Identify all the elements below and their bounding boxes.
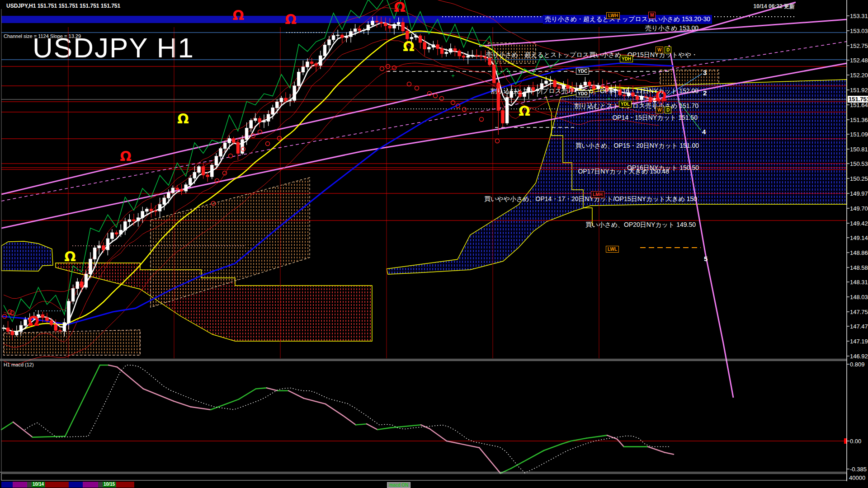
candle-body [141,211,144,218]
candle-body [98,246,100,248]
macd-toggle-button[interactable]: macd ON [387,482,410,488]
candle-body [462,56,465,57]
macd-line-segment [239,389,256,399]
price-axis-label: 148.030 [850,294,868,300]
price-axis-label: 148.585 [850,264,868,271]
macd-axis-label: 0.809 [850,361,865,368]
candle-body [553,80,556,87]
level-tag-d: D [665,47,671,53]
macd-line-segment [304,399,326,404]
candle-body [280,98,283,102]
macd-line-segment [617,439,624,447]
candle-body [293,86,296,100]
omega-marker-icon: Ω [28,313,39,329]
wave-count-label: 5 [704,255,708,263]
macd-line-segment [607,435,617,439]
macd-line-segment [571,438,586,441]
macd-line-segment [447,441,479,448]
candle-body [493,65,495,83]
price-axis-label: 147.755 [850,309,868,315]
candle-body [393,24,396,28]
macd-line-segment [562,441,571,444]
candle-body [59,330,61,331]
macd-line-segment [267,388,278,390]
candle-body [467,56,469,57]
macd-line-segment [429,429,447,441]
macd-line-segment [174,401,191,407]
omega-marker-icon: Ω [394,0,406,15]
macd-axis-label: -0.385 [850,466,867,473]
trade-marker-ring [440,97,444,101]
candle-body [19,325,22,332]
candle-body [236,142,239,153]
level-tag-m: M [648,12,656,19]
date-label: 10/15 [103,482,116,487]
trade-marker-ring [229,154,233,158]
candle-body [380,22,382,23]
candle-body [349,32,352,37]
candle-body [245,128,248,140]
macd-line-segment [665,452,674,454]
candle-body [288,100,291,101]
macd-line-segment [343,415,356,425]
candle-body [505,98,508,123]
candle-body [401,22,404,31]
candle-body [640,96,643,99]
candle-body [336,35,339,36]
candle-body [219,149,222,156]
macd-line-segment [367,424,377,430]
price-axis-label: 153.315 [850,13,868,19]
macd-indicator-label: H1 macd (12) [4,362,34,367]
candle-body [428,47,430,49]
macd-line-segment [421,425,429,428]
macd-line-segment [586,435,607,438]
macd-line-segment [326,404,343,415]
price-axis-label: 149.975 [850,190,868,197]
price-axis-label: 146.920 [850,353,868,360]
trade-marker-ring [434,94,438,98]
candle-body [158,204,161,211]
candle-body [323,45,326,56]
macd-axis-label: 0.00 [850,438,861,445]
candle-body [475,55,478,56]
candle-body [202,167,204,175]
level-tag-lwl: LWL [606,246,619,253]
candle-body [54,325,57,331]
candle-body [106,239,109,250]
level-tag-ydo: YDO [576,90,590,97]
price-axis-label: 152.755 [850,42,868,49]
wave-count-label: 2 [703,89,707,97]
candle-body [254,118,257,121]
candle-body [228,139,231,143]
timeline-session-segment [69,482,83,488]
candle-body [2,328,5,328]
candle-body [198,167,200,173]
candle-body [549,80,552,81]
candle-body [115,233,118,234]
chart-canvas[interactable]: ΩΩΩΩΩΩΩΩΩΩ++ [0,0,868,488]
candle-body [284,98,287,101]
candle-body [15,332,18,335]
candle-body [545,81,547,84]
macd-line-segment [143,389,174,401]
trade-marker-ring [278,136,282,141]
candle-body [458,51,461,56]
price-axis-label: 150.810 [850,146,868,153]
candle-body [67,301,70,323]
level-tag-lmh: LMH [591,191,604,198]
candle-body [319,56,322,65]
candle-body [406,31,409,39]
candle-body [271,108,274,115]
macd-line-segment [500,469,511,474]
option-annotation: 売り小さめ・超えるとストップロス買い小さめ 153.20-30 [543,15,712,24]
candle-body [445,52,448,54]
candle-body [189,178,192,185]
candle-body [332,36,335,40]
macd-line-segment [1,422,13,430]
candle-body [176,188,179,189]
omega-marker-icon: Ω [120,148,132,164]
macd-line-segment [65,365,100,436]
candle-body [111,233,113,239]
level-tag-ydl: YDL [619,101,632,108]
candle-body [258,118,261,122]
